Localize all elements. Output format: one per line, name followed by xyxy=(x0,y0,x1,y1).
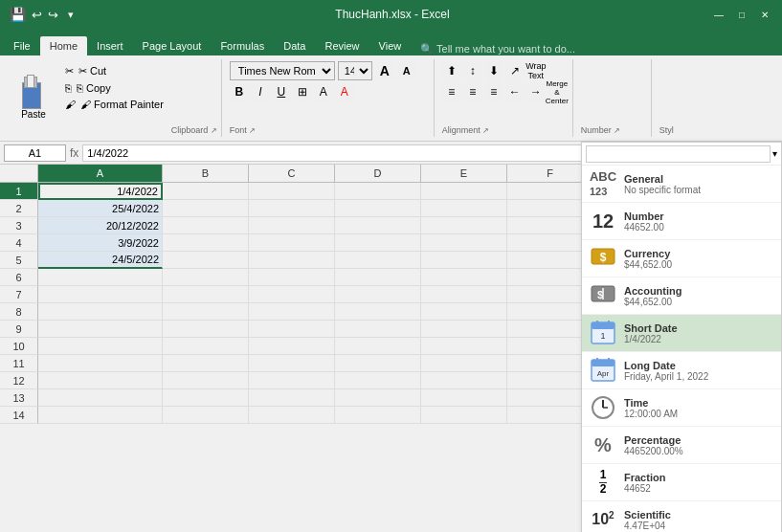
tab-view[interactable]: View xyxy=(369,36,412,55)
cell-d3[interactable] xyxy=(335,217,421,234)
tab-data[interactable]: Data xyxy=(274,36,315,55)
format-item-short-date[interactable]: 1 Short Date 1/4/2022 xyxy=(582,315,781,352)
cell-a2[interactable]: 25/4/2022 xyxy=(38,200,163,217)
cell-b3[interactable] xyxy=(163,217,249,234)
font-shrink-btn[interactable]: A xyxy=(397,61,416,80)
underline-button[interactable]: U xyxy=(272,82,291,101)
maximize-btn[interactable]: □ xyxy=(734,7,749,22)
row-header-9[interactable]: 9 xyxy=(0,321,38,338)
cell-c3[interactable] xyxy=(249,217,335,234)
tab-insert[interactable]: Insert xyxy=(87,36,133,55)
align-top-btn[interactable]: ⬆ xyxy=(442,61,461,80)
cell-e1[interactable] xyxy=(421,183,507,200)
row-header-4[interactable]: 4 xyxy=(0,234,38,252)
cell-e4[interactable] xyxy=(421,234,507,252)
redo-icon[interactable]: ↪ xyxy=(48,8,58,22)
col-header-a[interactable]: A xyxy=(38,165,163,182)
align-right-btn[interactable]: ≡ xyxy=(484,82,503,101)
merge-center-btn[interactable]: Merge & Center xyxy=(547,82,567,101)
format-item-accounting[interactable]: $ Accounting $44,652.00 xyxy=(582,277,781,315)
cell-d4[interactable] xyxy=(335,234,421,252)
name-box[interactable]: A1 xyxy=(4,144,66,162)
accounting-format-icon: $ xyxy=(590,282,616,309)
col-header-c[interactable]: C xyxy=(249,165,335,182)
align-bottom-btn[interactable]: ⬇ xyxy=(484,61,503,80)
format-item-currency[interactable]: $ Currency $44,652.00 xyxy=(582,240,781,277)
col-header-d[interactable]: D xyxy=(335,165,421,182)
tab-home[interactable]: Home xyxy=(40,36,87,55)
format-search-input[interactable] xyxy=(586,145,771,163)
row-header-7[interactable]: 7 xyxy=(0,286,38,303)
cell-e2[interactable] xyxy=(421,200,507,217)
cell-c2[interactable] xyxy=(249,200,335,217)
format-item-number[interactable]: 12 Number 44652.00 xyxy=(582,203,781,240)
tab-file[interactable]: File xyxy=(4,36,40,55)
minimize-btn[interactable]: — xyxy=(711,7,726,22)
decrease-indent-btn[interactable]: ← xyxy=(505,82,525,101)
cell-e3[interactable] xyxy=(421,217,507,234)
format-item-general[interactable]: ABC123 General No specific format xyxy=(582,166,781,203)
tab-page-layout[interactable]: Page Layout xyxy=(133,36,212,55)
cell-a1[interactable]: 1/4/2022 xyxy=(38,183,163,200)
undo-icon[interactable]: ↩ xyxy=(32,8,42,22)
tell-me-box[interactable]: 🔍 Tell me what you want to do... xyxy=(420,43,575,55)
font-grow-btn[interactable]: A xyxy=(375,61,394,80)
tab-formulas[interactable]: Formulas xyxy=(211,36,274,55)
paste-button[interactable]: Paste xyxy=(10,59,57,137)
row-header-5[interactable]: 5 xyxy=(0,252,38,269)
cell-d2[interactable] xyxy=(335,200,421,217)
cut-button[interactable]: ✂ ✂ Cut xyxy=(61,63,168,79)
row-header-1[interactable]: 1 xyxy=(0,183,38,200)
italic-button[interactable]: I xyxy=(251,82,270,101)
svg-text:Apr: Apr xyxy=(597,369,610,378)
cell-a6[interactable] xyxy=(38,269,163,286)
font-name-select[interactable]: Times New Roma xyxy=(230,61,335,80)
row-header-13[interactable]: 13 xyxy=(0,389,38,407)
cell-b4[interactable] xyxy=(163,234,249,252)
font-size-select[interactable]: 14 xyxy=(338,61,372,80)
format-item-long-date[interactable]: Apr Long Date Friday, April 1, 2022 xyxy=(582,352,781,389)
cell-c1[interactable] xyxy=(249,183,335,200)
row-header-14[interactable]: 14 xyxy=(0,407,38,424)
increase-indent-btn[interactable]: → xyxy=(526,82,546,101)
format-painter-button[interactable]: 🖌 🖌 Format Painter xyxy=(61,97,168,112)
row-header-6[interactable]: 6 xyxy=(0,269,38,286)
align-middle-btn[interactable]: ↕ xyxy=(463,61,482,80)
cell-b1[interactable] xyxy=(163,183,249,200)
cell-d1[interactable] xyxy=(335,183,421,200)
cell-e5[interactable] xyxy=(421,252,507,269)
orientation-btn[interactable]: ↗ xyxy=(505,61,525,80)
cell-c4[interactable] xyxy=(249,234,335,252)
cell-a4[interactable]: 3/9/2022 xyxy=(38,234,163,252)
font-color-button[interactable]: A xyxy=(335,82,354,101)
cell-b5[interactable] xyxy=(163,252,249,269)
border-button[interactable]: ⊞ xyxy=(293,82,312,101)
cell-b2[interactable] xyxy=(163,200,249,217)
row-header-12[interactable]: 12 xyxy=(0,372,38,389)
cell-c5[interactable] xyxy=(249,252,335,269)
row-header-8[interactable]: 8 xyxy=(0,303,38,321)
save-icon[interactable]: 💾 xyxy=(10,7,26,22)
format-item-time[interactable]: Time 12:00:00 AM xyxy=(582,389,781,427)
cell-a5[interactable]: 24/5/2022 xyxy=(38,252,163,269)
col-header-b[interactable]: B xyxy=(163,165,249,182)
tab-review[interactable]: Review xyxy=(315,36,369,55)
align-center-btn[interactable]: ≡ xyxy=(463,82,482,101)
format-item-scientific[interactable]: 102 Scientific 4.47E+04 xyxy=(582,501,781,532)
close-btn[interactable]: ✕ xyxy=(757,7,772,22)
format-item-percentage[interactable]: % Percentage 4465200.00% xyxy=(582,427,781,464)
row-header-11[interactable]: 11 xyxy=(0,355,38,372)
cell-a3[interactable]: 20/12/2022 xyxy=(38,217,163,234)
align-left-btn[interactable]: ≡ xyxy=(442,82,461,101)
format-item-fraction[interactable]: 1 2 Fraction 44652 xyxy=(582,464,781,501)
bold-button[interactable]: B xyxy=(230,82,249,101)
row-header-3[interactable]: 3 xyxy=(0,217,38,234)
fill-color-button[interactable]: A xyxy=(314,82,333,101)
wrap-text-btn[interactable]: Wrap Text xyxy=(526,61,546,80)
copy-button[interactable]: ⎘ ⎘ Copy xyxy=(61,80,168,96)
row-header-10[interactable]: 10 xyxy=(0,338,38,355)
dropdown-arrow-icon[interactable]: ▾ xyxy=(772,148,777,159)
cell-d5[interactable] xyxy=(335,252,421,269)
row-header-2[interactable]: 2 xyxy=(0,200,38,217)
col-header-e[interactable]: E xyxy=(421,165,507,182)
